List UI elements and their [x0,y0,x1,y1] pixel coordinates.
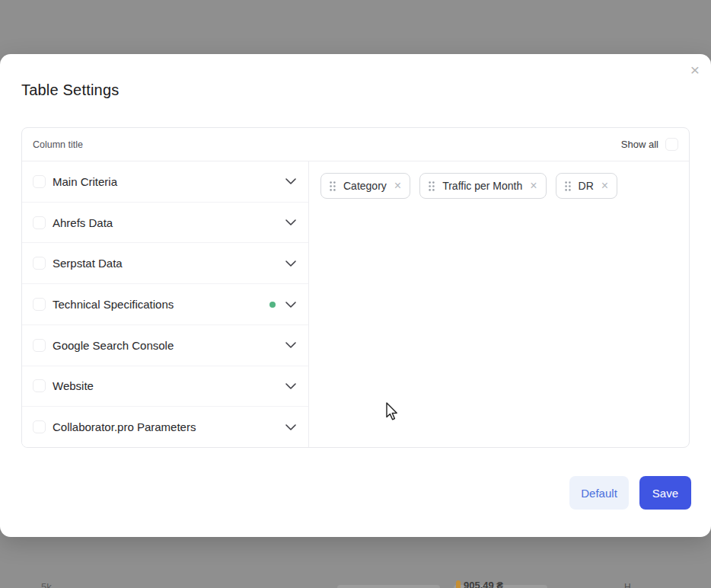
show-all-control: Show all [621,138,678,151]
selected-column-chip-category[interactable]: Category × [320,173,410,199]
chip-label: Category [343,180,387,192]
modal-title: Table Settings [21,81,119,99]
category-checkbox[interactable] [33,420,46,433]
drag-handle-icon[interactable] [565,181,571,191]
selected-column-chip-dr[interactable]: DR × [556,173,618,199]
active-indicator-dot [269,302,276,308]
chevron-down-icon[interactable] [285,260,296,267]
modal-footer: Default Save [569,476,691,510]
category-row-main-criteria[interactable]: Main Criteria [22,161,308,203]
table-settings-modal: × Table Settings Column title Show all M… [0,54,711,537]
chip-label: Traffic per Month [442,180,522,192]
background-price-fragment: 905.49 ₴ [464,580,503,588]
hot-price-icon [456,580,461,588]
chevron-down-icon[interactable] [285,342,296,348]
category-row-website[interactable]: Website [22,366,308,407]
background-text-fragment: H [624,582,631,588]
column-title-label: Column title [33,139,83,150]
category-checkbox[interactable] [33,379,46,392]
category-row-collaborator-pro-parameters[interactable]: Collaborator.pro Parameters [22,407,308,447]
drag-handle-icon[interactable] [330,181,336,191]
category-checkbox[interactable] [33,257,46,270]
category-checkbox[interactable] [33,339,46,352]
chip-remove-icon[interactable]: × [601,180,608,192]
category-row-google-search-console[interactable]: Google Search Console [22,325,308,366]
drag-handle-icon[interactable] [429,181,435,191]
category-label: Main Criteria [53,175,285,188]
category-label: Serpstat Data [53,257,285,270]
category-checkbox[interactable] [33,298,46,311]
category-label: Website [53,379,285,392]
category-label: Google Search Console [53,339,285,352]
panel-body: Main Criteria Ahrefs Data Serpstat Data [22,161,689,447]
category-label: Technical Specifications [53,298,269,311]
chevron-down-icon[interactable] [285,424,296,430]
background-pill-fragment [454,585,547,588]
chip-remove-icon[interactable]: × [530,180,537,192]
chevron-down-icon[interactable] [285,302,296,308]
chip-remove-icon[interactable]: × [394,180,401,192]
category-label: Collaborator.pro Parameters [53,420,285,433]
category-checkbox[interactable] [33,175,46,188]
column-settings-panel: Column title Show all Main Criteria Ahre… [21,127,690,448]
save-button[interactable]: Save [639,476,691,510]
show-all-label: Show all [621,139,658,150]
show-all-checkbox[interactable] [665,138,678,151]
selected-columns-area: Category × Traffic per Month × [309,161,689,447]
chevron-down-icon[interactable] [285,219,296,225]
category-checkbox[interactable] [33,216,46,229]
close-icon[interactable]: × [685,60,705,80]
category-row-technical-specifications[interactable]: Technical Specifications [22,284,308,325]
panel-header: Column title Show all [22,128,689,161]
category-label: Ahrefs Data [53,216,285,229]
background-pill-fragment [337,585,440,588]
chevron-down-icon[interactable] [285,178,296,184]
category-row-ahrefs-data[interactable]: Ahrefs Data [22,203,308,244]
default-button[interactable]: Default [569,476,629,510]
selected-column-chip-traffic-per-month[interactable]: Traffic per Month × [419,173,546,199]
category-row-serpstat-data[interactable]: Serpstat Data [22,243,308,284]
category-list: Main Criteria Ahrefs Data Serpstat Data [22,161,309,447]
background-traffic-fragment: 5k [41,581,52,588]
chip-label: DR [579,180,594,192]
chevron-down-icon[interactable] [285,383,296,389]
